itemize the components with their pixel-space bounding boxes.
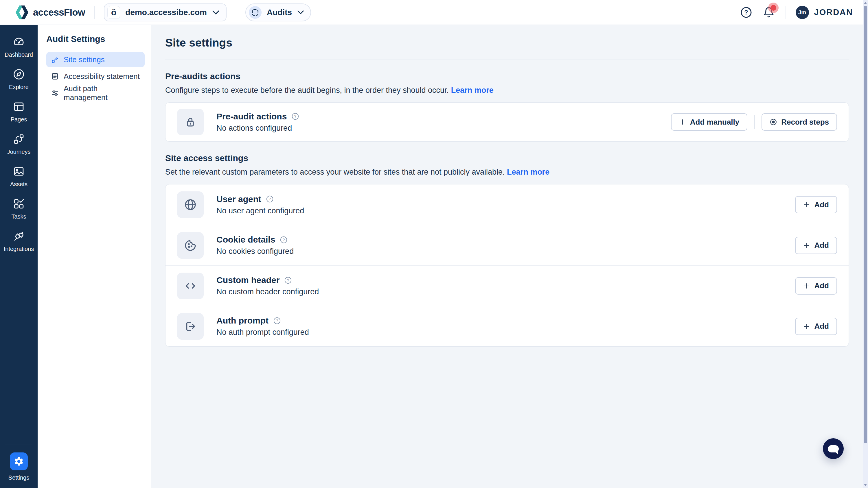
plus-icon bbox=[803, 283, 810, 289]
sidebar-item-label: Settings bbox=[8, 475, 29, 481]
brand-logo[interactable]: accessFlow bbox=[16, 5, 85, 20]
help-button[interactable]: ? bbox=[739, 5, 753, 20]
brand-name: accessFlow bbox=[33, 7, 85, 18]
route-icon bbox=[13, 133, 25, 145]
add-manually-button[interactable]: Add manually bbox=[671, 113, 747, 131]
svg-text:?: ? bbox=[283, 238, 285, 242]
main-content: Site settings Pre-audits actions Configu… bbox=[151, 25, 863, 488]
subnav-item-audit-path-management[interactable]: Audit path management bbox=[46, 86, 145, 101]
code-icon bbox=[177, 272, 204, 299]
section-description: Set the relevant custom parameters to ac… bbox=[165, 168, 849, 176]
scrollbar-down-arrow[interactable] bbox=[863, 482, 868, 487]
section-description-text: Set the relevant custom parameters to ac… bbox=[165, 168, 505, 176]
site-favicon: ŏ bbox=[107, 6, 120, 19]
dashboard-gauge-icon bbox=[13, 36, 25, 48]
cookie-details-row: Cookie details ? No cookies configured bbox=[165, 225, 848, 265]
user-menu[interactable]: Jm JORDAN bbox=[796, 6, 853, 19]
sidebar-item-label: Explore bbox=[9, 84, 29, 91]
add-user-agent-button[interactable]: Add bbox=[795, 196, 837, 214]
subnav-item-accessibility-statement[interactable]: Accessibility statement bbox=[46, 69, 145, 84]
sidebar-item-label: Pages bbox=[11, 116, 27, 123]
sidebar-item-pages[interactable]: Pages bbox=[0, 95, 38, 128]
add-label: Add bbox=[814, 200, 829, 209]
scrollbar-up-arrow[interactable] bbox=[863, 1, 868, 6]
sidebar-item-label: Assets bbox=[10, 181, 28, 188]
add-manually-label: Add manually bbox=[690, 118, 739, 127]
auth-prompt-row: Auth prompt ? No auth prompt configured bbox=[165, 306, 848, 346]
section-selector[interactable]: Audits bbox=[245, 3, 311, 22]
title-divider bbox=[165, 60, 849, 60]
learn-more-link[interactable]: Learn more bbox=[451, 86, 494, 95]
section-selector-label: Audits bbox=[267, 8, 292, 17]
custom-header-row: Custom header ? No custom header configu… bbox=[165, 265, 848, 306]
sidebar-item-journeys[interactable]: Journeys bbox=[0, 128, 38, 160]
secondary-sidebar: Audit Settings Site settings bbox=[38, 25, 151, 488]
add-label: Add bbox=[814, 241, 829, 250]
subnav-item-label: Site settings bbox=[64, 55, 105, 64]
record-steps-button[interactable]: Record steps bbox=[762, 113, 837, 131]
section-site-access-settings: Site access settings Set the relevant cu… bbox=[165, 153, 849, 347]
top-bar: accessFlow ŏ demo.accessibe.com Audits bbox=[0, 0, 863, 25]
gear-icon bbox=[10, 452, 28, 470]
learn-more-link[interactable]: Learn more bbox=[507, 168, 550, 176]
plus-icon bbox=[803, 242, 810, 249]
sidebar-item-integrations[interactable]: Integrations bbox=[0, 225, 38, 257]
info-icon[interactable]: ? bbox=[273, 317, 281, 325]
sliders-icon bbox=[51, 89, 59, 97]
image-icon bbox=[13, 165, 25, 177]
sidebar-item-explore[interactable]: Explore bbox=[0, 63, 38, 95]
pre-audit-actions-card: Pre-audit actions ? No actions configure… bbox=[165, 102, 849, 142]
row-title: Cookie details bbox=[216, 235, 275, 245]
chat-widget-button[interactable] bbox=[823, 438, 844, 459]
sidebar-item-assets[interactable]: Assets bbox=[0, 160, 38, 193]
globe-icon bbox=[177, 191, 204, 218]
add-label: Add bbox=[814, 322, 829, 331]
notification-badge bbox=[771, 5, 776, 11]
scrollbar[interactable] bbox=[863, 0, 868, 488]
info-icon[interactable]: ? bbox=[284, 276, 292, 284]
add-auth-prompt-button[interactable]: Add bbox=[795, 318, 837, 335]
sidebar-item-settings[interactable]: Settings bbox=[8, 452, 29, 488]
site-selector[interactable]: ŏ demo.accessibe.com bbox=[104, 3, 226, 22]
page-title: Site settings bbox=[165, 36, 849, 49]
row-title: Auth prompt bbox=[216, 316, 269, 326]
svg-text:?: ? bbox=[294, 114, 297, 119]
info-icon[interactable]: ? bbox=[291, 112, 299, 120]
info-icon[interactable]: ? bbox=[266, 195, 274, 203]
cookie-icon bbox=[177, 232, 204, 259]
subnav-title: Audit Settings bbox=[46, 34, 145, 44]
subnav-item-site-settings[interactable]: Site settings bbox=[46, 52, 145, 67]
layout-icon bbox=[13, 101, 25, 113]
subnav-item-label: Accessibility statement bbox=[64, 72, 140, 81]
section-heading: Site access settings bbox=[165, 153, 849, 163]
topbar-divider bbox=[785, 6, 786, 19]
section-pre-audits-actions: Pre-audits actions Configure steps to ex… bbox=[165, 71, 849, 142]
site-access-card: User agent ? No user agent configured bbox=[165, 184, 849, 347]
notifications-button[interactable] bbox=[762, 5, 776, 20]
add-cookie-button[interactable]: Add bbox=[795, 237, 837, 254]
plug-icon bbox=[13, 230, 25, 242]
primary-sidebar: Dashboard Explore bbox=[0, 25, 38, 488]
sidebar-item-label: Integrations bbox=[4, 246, 34, 252]
user-agent-row: User agent ? No user agent configured bbox=[165, 185, 848, 225]
section-heading: Pre-audits actions bbox=[165, 71, 849, 81]
svg-text:?: ? bbox=[287, 278, 289, 283]
sidebar-item-dashboard[interactable]: Dashboard bbox=[0, 31, 38, 63]
chat-bubble-icon bbox=[828, 445, 839, 452]
sidebar-divider bbox=[5, 445, 32, 445]
plus-icon bbox=[803, 323, 810, 330]
sidebar-item-tasks[interactable]: Tasks bbox=[0, 193, 38, 225]
section-description-text: Configure steps to execute before the au… bbox=[165, 86, 449, 95]
key-icon bbox=[51, 56, 59, 64]
row-subtitle: No actions configured bbox=[216, 124, 299, 133]
brand-diamond-icon bbox=[16, 5, 28, 20]
chevron-down-icon bbox=[297, 10, 304, 14]
row-subtitle: No auth prompt configured bbox=[216, 328, 309, 337]
info-icon[interactable]: ? bbox=[280, 236, 288, 244]
add-custom-header-button[interactable]: Add bbox=[795, 277, 837, 295]
section-description: Configure steps to execute before the au… bbox=[165, 86, 849, 95]
record-steps-label: Record steps bbox=[781, 118, 829, 127]
sidebar-item-label: Dashboard bbox=[5, 52, 33, 58]
lock-icon bbox=[177, 109, 204, 135]
scrollbar-thumb[interactable] bbox=[864, 6, 867, 443]
